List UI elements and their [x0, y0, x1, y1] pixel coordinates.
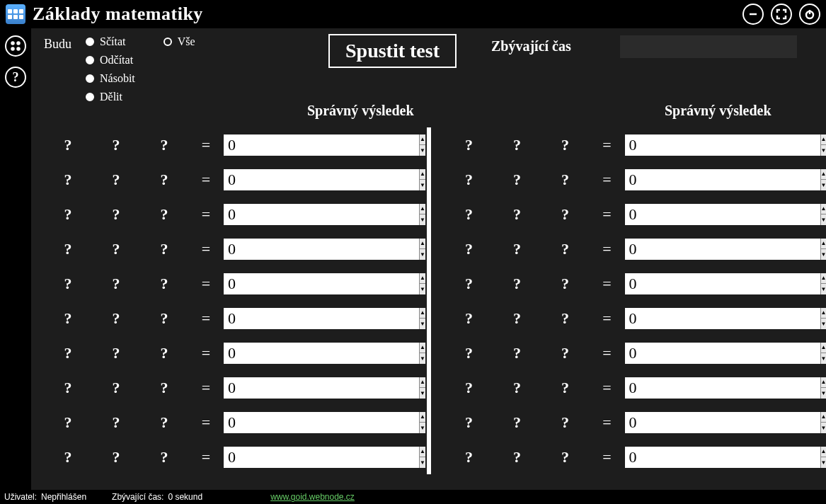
answer-spinner[interactable]: ▲▼: [625, 204, 710, 225]
spinner-down[interactable]: ▼: [420, 284, 425, 294]
answer-spinner[interactable]: ▲▼: [224, 308, 309, 329]
op-nasobit[interactable]: Násobit: [86, 72, 135, 85]
svg-point-3: [12, 42, 14, 45]
answer-spinner[interactable]: ▲▼: [224, 447, 309, 468]
spinner-down[interactable]: ▼: [420, 214, 425, 225]
power-button[interactable]: [799, 4, 820, 25]
answer-spinner[interactable]: ▲▼: [625, 343, 710, 364]
answer-spinner[interactable]: ▲▼: [224, 343, 309, 364]
answer-input[interactable]: [224, 412, 419, 433]
answer-spinner[interactable]: ▲▼: [224, 412, 309, 433]
status-link[interactable]: www.goid.webnode.cz: [270, 492, 355, 502]
spinner-up[interactable]: ▲: [420, 377, 425, 389]
spinner-up[interactable]: ▲: [821, 239, 827, 250]
help-button[interactable]: ?: [5, 67, 26, 88]
spinner-down[interactable]: ▼: [821, 180, 827, 190]
spinner-up[interactable]: ▲: [821, 377, 827, 389]
answer-spinner[interactable]: ▲▼: [625, 169, 710, 190]
answer-spinner[interactable]: ▲▼: [224, 204, 309, 225]
op-vse[interactable]: Vše: [164, 35, 195, 48]
fullscreen-button[interactable]: [771, 4, 792, 25]
answer-input[interactable]: [625, 412, 820, 433]
spinner-down[interactable]: ▼: [821, 457, 827, 468]
start-test-button[interactable]: Spustit test: [328, 34, 457, 68]
answer-spinner[interactable]: ▲▼: [224, 239, 309, 260]
spinner-down[interactable]: ▼: [420, 249, 425, 260]
answer-spinner[interactable]: ▲▼: [625, 134, 710, 156]
answer-input[interactable]: [625, 134, 820, 156]
spinner-up[interactable]: ▲: [420, 169, 425, 181]
spinner-up[interactable]: ▲: [821, 308, 827, 319]
answer-spinner[interactable]: ▲▼: [224, 134, 309, 156]
spinner-down[interactable]: ▼: [821, 353, 827, 364]
spinner-down[interactable]: ▼: [821, 423, 827, 433]
spinner-up[interactable]: ▲: [821, 447, 827, 458]
answer-input[interactable]: [224, 377, 419, 399]
answer-spinner[interactable]: ▲▼: [625, 308, 710, 329]
spinner-up[interactable]: ▲: [821, 412, 827, 423]
answer-input[interactable]: [625, 204, 820, 225]
spinner-down[interactable]: ▼: [420, 353, 425, 364]
question-row: ???=▲▼?: [431, 197, 814, 231]
answer-input[interactable]: [625, 239, 820, 260]
correct-result-placeholder: ?: [323, 344, 372, 362]
spinner-up[interactable]: ▲: [420, 308, 425, 319]
answer-input[interactable]: [625, 377, 820, 399]
answer-spinner[interactable]: ▲▼: [625, 273, 710, 294]
answer-spinner[interactable]: ▲▼: [625, 377, 710, 399]
answer-spinner[interactable]: ▲▼: [625, 447, 710, 468]
question-row: ???=▲▼?: [44, 301, 427, 336]
spinner-up[interactable]: ▲: [821, 204, 827, 215]
operand-placeholder: ?: [541, 413, 590, 432]
menu-button[interactable]: [5, 35, 26, 57]
spinner-down[interactable]: ▼: [821, 249, 827, 260]
spinner-up[interactable]: ▲: [821, 134, 827, 146]
operand-placeholder: ?: [92, 171, 140, 189]
op-delit[interactable]: Dělit: [86, 91, 135, 103]
spinner-down[interactable]: ▼: [821, 214, 827, 225]
spinner-up[interactable]: ▲: [821, 343, 827, 354]
spinner-down[interactable]: ▼: [420, 319, 425, 329]
spinner-up[interactable]: ▲: [420, 343, 425, 354]
spinner-down[interactable]: ▼: [420, 423, 425, 433]
spinner-up[interactable]: ▲: [420, 447, 425, 458]
spinner-down[interactable]: ▼: [420, 145, 425, 156]
answer-input[interactable]: [224, 273, 419, 294]
answer-spinner[interactable]: ▲▼: [224, 377, 309, 399]
answer-input[interactable]: [625, 273, 820, 294]
spinner-down[interactable]: ▼: [821, 319, 827, 329]
answer-input[interactable]: [224, 239, 419, 260]
question-row: ???=▲▼?: [431, 440, 814, 474]
spinner-down[interactable]: ▼: [821, 284, 827, 294]
answer-spinner[interactable]: ▲▼: [625, 412, 710, 433]
answer-input[interactable]: [625, 169, 820, 190]
answer-input[interactable]: [625, 447, 820, 468]
answer-input[interactable]: [224, 204, 419, 225]
answer-spinner[interactable]: ▲▼: [224, 273, 309, 294]
spinner-up[interactable]: ▲: [821, 273, 827, 285]
answer-input[interactable]: [625, 343, 820, 364]
spinner-up[interactable]: ▲: [420, 239, 425, 250]
spinner-up[interactable]: ▲: [420, 134, 425, 146]
spinner-down[interactable]: ▼: [821, 388, 827, 399]
answer-input[interactable]: [224, 343, 419, 364]
spinner-up[interactable]: ▲: [821, 169, 827, 181]
spinner-up[interactable]: ▲: [420, 273, 425, 285]
answer-input[interactable]: [625, 308, 820, 329]
spinner-up[interactable]: ▲: [420, 204, 425, 215]
spinner-down[interactable]: ▼: [420, 457, 425, 468]
answer-input[interactable]: [224, 169, 419, 190]
answer-input[interactable]: [224, 447, 419, 468]
spinner-down[interactable]: ▼: [821, 145, 827, 156]
spinner-down[interactable]: ▼: [420, 388, 425, 399]
op-scitat[interactable]: Sčítat: [86, 35, 135, 48]
statusbar: Uživatel: Nepřihlášen Zbývající čas: 0 s…: [0, 490, 826, 504]
minimize-button[interactable]: [742, 4, 764, 25]
spinner-up[interactable]: ▲: [420, 412, 425, 423]
answer-input[interactable]: [224, 308, 419, 329]
op-odcitat[interactable]: Odčítat: [86, 54, 135, 67]
answer-spinner[interactable]: ▲▼: [625, 239, 710, 260]
answer-input[interactable]: [224, 134, 419, 156]
answer-spinner[interactable]: ▲▼: [224, 169, 309, 190]
spinner-down[interactable]: ▼: [420, 180, 425, 190]
